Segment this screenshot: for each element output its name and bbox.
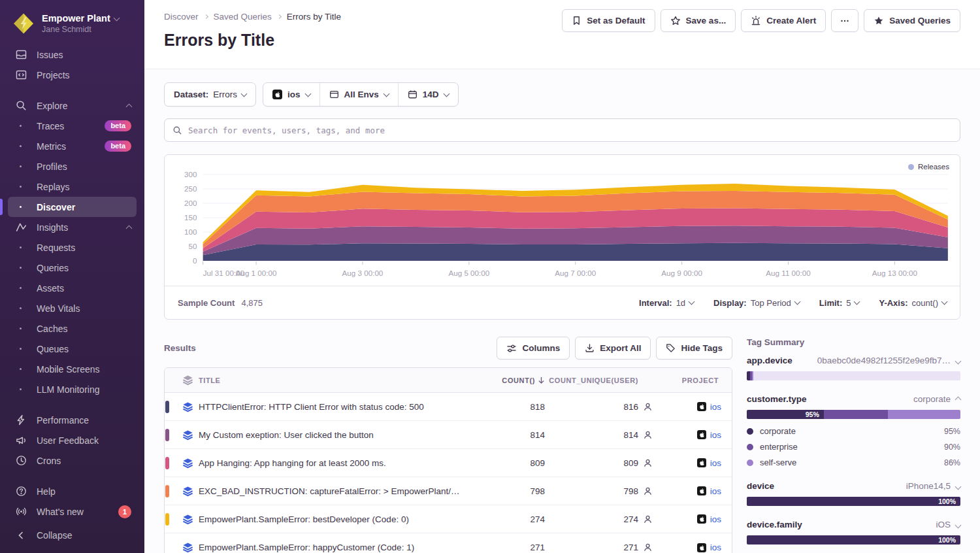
dataset-selector[interactable]: Dataset: Errors <box>164 82 256 107</box>
project-link[interactable]: ios <box>710 514 721 524</box>
tag-breakdown-item[interactable]: corporate 95% <box>747 426 960 436</box>
sort-descending-icon <box>538 377 545 384</box>
tag-distribution-bar[interactable]: 100% <box>747 497 960 506</box>
sidebar-item-web-vitals[interactable]: Web Vitals <box>8 298 137 318</box>
sidebar-item-queues[interactable]: Queues <box>8 339 137 359</box>
set-as-default-button[interactable]: Set as Default <box>562 9 655 32</box>
tag-distribution-bar[interactable] <box>747 371 960 380</box>
tag-icon <box>666 343 676 353</box>
sidebar-group-insights[interactable]: Insights <box>8 217 137 237</box>
project-link[interactable]: ios <box>710 430 721 440</box>
tag-section-header[interactable]: app.device 0baebc0de4982f1255f2e9e9fb7… <box>747 356 960 365</box>
tag-breakdown-item[interactable]: enterprise 90% <box>747 442 960 452</box>
error-title[interactable]: EmpowerPlant.SampleError: happyCustomer … <box>199 543 470 552</box>
y-axis-selector[interactable]: Y-Axis: count() <box>879 298 947 308</box>
tag-section-header[interactable]: customer.type corporate <box>747 394 960 404</box>
chevron-down-icon <box>689 299 695 305</box>
export-all-button[interactable]: Export All <box>575 337 651 360</box>
chart-legend[interactable]: Releases <box>908 163 949 171</box>
environment-filter[interactable]: All Envs <box>319 83 398 106</box>
sidebar-collapse-button[interactable]: Collapse <box>8 525 137 545</box>
sidebar-item-profiles[interactable]: Profiles <box>8 156 137 176</box>
table-row[interactable]: App Hanging: App hanging for at least 20… <box>165 449 732 477</box>
alert-siren-icon <box>751 16 761 26</box>
sidebar-item-issues[interactable]: Issues <box>8 44 137 65</box>
error-title[interactable]: EXC_BAD_INSTRUCTION: captureFatalError: … <box>199 486 470 496</box>
apple-icon <box>697 514 706 524</box>
column-header-unique[interactable]: COUNT_UNIQUE(USER) <box>545 377 653 384</box>
sidebar-item-queries[interactable]: Queries <box>8 258 137 278</box>
sidebar-item-projects[interactable]: Projects <box>8 65 137 85</box>
header-actions: Set as Default Save as... Create Alert S… <box>562 9 960 32</box>
project-link[interactable]: ios <box>710 543 721 552</box>
sidebar-nav: Issues Projects Explore Traces beta Metr… <box>0 44 144 545</box>
sidebar-item-crons[interactable]: Crons <box>8 450 137 471</box>
svg-text:Aug 11 00:00: Aug 11 00:00 <box>766 269 810 277</box>
project-link[interactable]: ios <box>710 402 721 412</box>
table-row[interactable]: EmpowerPlant.SampleError: bestDeveloper … <box>165 505 732 533</box>
bullet-icon <box>20 307 22 309</box>
error-title[interactable]: EmpowerPlant.SampleError: bestDeveloper … <box>199 514 470 524</box>
sidebar-item-help[interactable]: Help <box>8 481 137 501</box>
sidebar-item-replays[interactable]: Replays <box>8 176 137 197</box>
project-link[interactable]: ios <box>710 486 721 496</box>
apple-icon <box>697 430 706 439</box>
table-row[interactable]: My Custom exeption: User clicked the but… <box>165 421 732 449</box>
save-as-button[interactable]: Save as... <box>661 9 736 32</box>
breadcrumb-saved-queries[interactable]: Saved Queries <box>214 12 272 22</box>
display-selector[interactable]: Display: Top Period <box>713 298 800 308</box>
sidebar-item-performance[interactable]: Performance <box>8 410 137 430</box>
saved-queries-button[interactable]: Saved Queries <box>864 9 960 32</box>
sidebar-item-whats-new[interactable]: What's new 1 <box>8 501 137 522</box>
column-header-count[interactable]: COUNT() <box>470 377 545 384</box>
tag-distribution-bar[interactable]: 100% <box>747 535 960 545</box>
tag-distribution-bar[interactable]: 95% <box>747 410 960 419</box>
hide-tags-button[interactable]: Hide Tags <box>656 337 732 360</box>
sidebar-item-caches[interactable]: Caches <box>8 318 137 339</box>
tag-section-app-device: app.device 0baebc0de4982f1255f2e9e9fb7… <box>747 356 960 380</box>
download-icon <box>585 343 595 353</box>
tag-section-header[interactable]: device.family iOS <box>747 520 960 529</box>
error-title[interactable]: App Hanging: App hanging for at least 20… <box>199 458 470 468</box>
bullet-icon <box>20 348 22 350</box>
breadcrumb-discover[interactable]: Discover <box>164 12 199 22</box>
count-value: 814 <box>470 430 545 440</box>
sidebar-item-discover[interactable]: Discover <box>8 197 137 217</box>
sidebar-item-assets[interactable]: Assets <box>8 278 137 298</box>
sidebar-item-llm-monitoring[interactable]: LLM Monitoring <box>8 379 137 399</box>
tag-section-header[interactable]: device iPhone14,5 <box>747 481 960 491</box>
unique-count-value: 814 <box>623 430 638 440</box>
limit-selector[interactable]: Limit: 5 <box>819 298 860 308</box>
column-header-title[interactable]: TITLE <box>199 377 470 384</box>
results-section: Results Columns Export All <box>164 337 960 553</box>
column-header-project[interactable]: PROJECT <box>653 377 721 384</box>
table-row[interactable]: HTTPClientError: HTTP Client Error with … <box>165 393 732 421</box>
sidebar-group-explore[interactable]: Explore <box>8 95 137 116</box>
more-options-button[interactable] <box>831 9 858 32</box>
sidebar-item-requests[interactable]: Requests <box>8 237 137 258</box>
org-switcher[interactable]: Empower Plant Jane Schmidt <box>0 9 144 44</box>
create-alert-button[interactable]: Create Alert <box>741 9 826 32</box>
search-input[interactable] <box>188 126 952 135</box>
sidebar-item-metrics[interactable]: Metrics beta <box>8 136 137 156</box>
chevron-down-icon <box>854 299 860 305</box>
interval-selector[interactable]: Interval: 1d <box>639 298 694 308</box>
table-row[interactable]: EXC_BAD_INSTRUCTION: captureFatalError: … <box>165 477 732 505</box>
bullet-icon <box>20 186 22 188</box>
sidebar-item-mobile-screens[interactable]: Mobile Screens <box>8 359 137 379</box>
table-row[interactable]: EmpowerPlant.SampleError: happyCustomer … <box>165 533 732 553</box>
tag-breakdown-item[interactable]: self-serve 86% <box>747 458 960 467</box>
date-range-filter[interactable]: 14D <box>398 83 458 106</box>
project-link[interactable]: ios <box>710 458 721 468</box>
sidebar-item-traces[interactable]: Traces beta <box>8 116 137 136</box>
stacked-area-chart[interactable]: 050100150200250300Jul 31 00:00Aug 1 00:0… <box>170 156 955 286</box>
sidebar-item-user-feedback[interactable]: User Feedback <box>8 430 137 450</box>
project-filter[interactable]: ios <box>263 83 319 106</box>
chart-area[interactable]: Releases 050100150200250300Jul 31 00:00A… <box>165 155 960 286</box>
chevron-down-icon <box>941 299 948 305</box>
columns-button[interactable]: Columns <box>497 337 570 360</box>
error-title[interactable]: My Custom exeption: User clicked the but… <box>199 430 470 440</box>
bullet-icon <box>20 125 22 127</box>
error-title[interactable]: HTTPClientError: HTTP Client Error with … <box>199 402 470 412</box>
stack-icon[interactable] <box>176 375 199 386</box>
